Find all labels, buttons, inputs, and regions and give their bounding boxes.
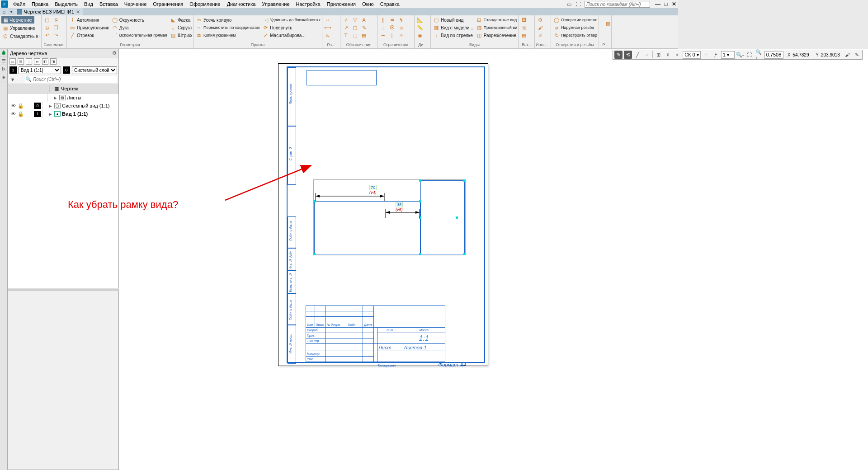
holes-thread[interactable]: ⌀Наружная резьба [552, 24, 597, 31]
geom-autoline[interactable]: ⌇Автолиния [68, 16, 110, 24]
rail-fx[interactable]: fx [0, 65, 7, 73]
eye-sysview[interactable]: 👁 [10, 103, 16, 108]
dim-35-val[interactable]: 35 [396, 202, 403, 207]
vb-ortho[interactable]: ⊞ [654, 51, 662, 59]
con-4[interactable]: ≐ [388, 16, 396, 24]
geom-circle[interactable]: ◯Окружность [111, 16, 168, 24]
rail-tree[interactable]: 🌲 [0, 49, 7, 57]
menu-apps[interactable]: Приложения [324, 0, 359, 8]
geom-chamfer[interactable]: ◣Фаска [169, 16, 192, 24]
geom-arc[interactable]: ◠Дуга [111, 24, 168, 31]
ins-2[interactable]: ⎘ [520, 24, 528, 31]
tree-search[interactable] [25, 76, 117, 83]
fullscreen-icon[interactable]: ⛶ [575, 1, 581, 7]
menu-help[interactable]: Справка [377, 0, 403, 8]
views-proj[interactable]: ▥Проекционный вид [475, 24, 517, 31]
home-tab[interactable]: ⌂ [0, 8, 8, 15]
con-3[interactable]: ━ [379, 32, 387, 39]
vb-3[interactable]: ╱ [633, 51, 642, 59]
tree-t2[interactable]: ▥ [18, 58, 24, 65]
sys-new[interactable]: ▢ [43, 16, 51, 24]
vb-snap[interactable]: ⌖ [673, 51, 678, 59]
minimize-button[interactable]: — [655, 1, 661, 7]
holes-simple[interactable]: ◯Отверстие простое [552, 16, 597, 24]
holes-rebuild[interactable]: ↻Перестроить отверстия и из... [552, 32, 597, 39]
ribbon-std-parts[interactable]: ⌬Стандартные изделия [1, 33, 40, 40]
annot-9[interactable]: ▤ [360, 32, 368, 39]
eye-view1[interactable]: 👁 [10, 111, 16, 117]
tree-t4[interactable]: ⇄ [34, 58, 40, 65]
handle-3[interactable] [419, 253, 421, 255]
menu-select[interactable]: Выделить [52, 0, 81, 8]
dim-1[interactable]: ↔ [324, 16, 332, 24]
expand-sheets[interactable]: ▸ [53, 95, 58, 101]
annot-4[interactable]: ▽ [351, 16, 359, 24]
ins-3[interactable]: ▤ [520, 32, 528, 39]
home-dropdown[interactable]: ▾ [8, 8, 14, 15]
sys-undo[interactable]: ↶ [43, 32, 51, 39]
geom-rect[interactable]: ▭Прямоугольник [68, 24, 110, 31]
layout-icon[interactable]: ▭ [566, 1, 572, 7]
diag-3[interactable]: ◉ [416, 32, 424, 39]
annot-7[interactable]: А [360, 16, 368, 24]
views-arrow[interactable]: ↓Вид по стрелке [432, 32, 474, 39]
menu-manage[interactable]: Управление [259, 0, 292, 8]
drawing-canvas[interactable]: ✎ ⟲ ╱ ⟋ ⊞ ♯ ⌖ СК 0▾ ⊹ Ƒ 1▾ 🔍- ⛶ 🔍+ 0.750… [119, 49, 678, 367]
views-new[interactable]: ▢Новый вид [432, 16, 474, 24]
con-2[interactable]: ⟂ [379, 24, 387, 31]
handle-8[interactable] [456, 216, 458, 219]
con-6[interactable]: | [388, 32, 396, 39]
expand-sysview[interactable]: ▸ [48, 103, 53, 109]
command-search[interactable] [585, 1, 650, 8]
dim-70-val[interactable]: 70 [369, 185, 377, 190]
views-std[interactable]: ⊞Стандартные виды с модели... [475, 16, 517, 24]
geom-fillet[interactable]: ◟Скругление [169, 24, 192, 31]
con-8[interactable]: ⧇ [397, 24, 405, 31]
con-7[interactable]: ↯ [397, 16, 405, 24]
tree-t5[interactable]: ◧ [42, 58, 48, 65]
annot-5[interactable]: ▢ [351, 24, 359, 31]
layer-select[interactable]: Системный слой [72, 66, 117, 74]
tool-2[interactable]: 🖌 [536, 24, 544, 31]
sys-copy[interactable]: ❐ [52, 24, 60, 31]
sys-redo[interactable]: ↷ [52, 32, 60, 39]
lock-view1[interactable]: 🔒 [18, 111, 24, 117]
edit-scale[interactable]: ⤢Масштабирова... [261, 32, 321, 39]
tool-3[interactable]: ⎚ [536, 32, 544, 39]
sys-print[interactable]: ⎙ [43, 24, 51, 31]
views-model[interactable]: ▦Вид с модели... [432, 24, 474, 31]
tree-root[interactable]: ▦ Чертеж [8, 84, 118, 94]
vb-2[interactable]: ⟲ [624, 51, 632, 59]
handle-7[interactable] [463, 253, 466, 255]
sys-open[interactable]: ⎘ [52, 16, 60, 24]
doc-tab-close[interactable]: ✕ [76, 9, 80, 15]
filter-icon[interactable]: ▼ [9, 76, 16, 83]
edit-extend[interactable]: →|Удлинить до ближайшего о... [261, 16, 321, 24]
tree-t6[interactable]: ◨ [50, 58, 57, 65]
con-1[interactable]: ∥ [379, 16, 387, 24]
menu-constraints[interactable]: Ограничения [150, 0, 186, 8]
doc-tab[interactable]: Чертеж БЕЗ ИМЕНИ1 ✕ [14, 8, 83, 15]
maximize-button[interactable]: □ [663, 1, 669, 7]
annot-6[interactable]: ⬚ [351, 32, 359, 39]
ribbon-management[interactable]: ▤Управление [1, 24, 36, 32]
menu-window[interactable]: Окно [359, 0, 377, 8]
con-5[interactable]: ⦿ [388, 24, 396, 31]
edit-movecoord[interactable]: ↔Переместить по координатам [195, 24, 260, 31]
ribbon-tab-drafting[interactable]: ▦Черчение [1, 16, 34, 24]
lock-sysview[interactable]: 🔒 [18, 103, 24, 109]
edit-trim[interactable]: ✂Усечь кривую [195, 16, 260, 24]
view-select[interactable]: Вид 1 (1:1) [19, 66, 61, 74]
views-section[interactable]: ◫Разрез/сечение [475, 32, 517, 39]
vb-4[interactable]: ⟋ [643, 51, 651, 59]
dim-2[interactable]: ⟷ [324, 24, 332, 31]
ribbon-extra[interactable]: ▦ [600, 16, 610, 31]
menu-file[interactable]: Файл [10, 0, 28, 8]
menu-diag[interactable]: Диагностика [224, 0, 259, 8]
annot-1[interactable]: √ [342, 16, 350, 24]
menu-view[interactable]: Вид [81, 0, 96, 8]
tree-settings-icon[interactable]: ⚙ [112, 50, 117, 56]
tree-view1[interactable]: 👁 🔒 1 ▸ ● Вид 1 (1:1) [8, 110, 118, 118]
expand-view1[interactable]: ▸ [48, 111, 53, 117]
rail-lib[interactable]: ◈ [0, 73, 7, 81]
